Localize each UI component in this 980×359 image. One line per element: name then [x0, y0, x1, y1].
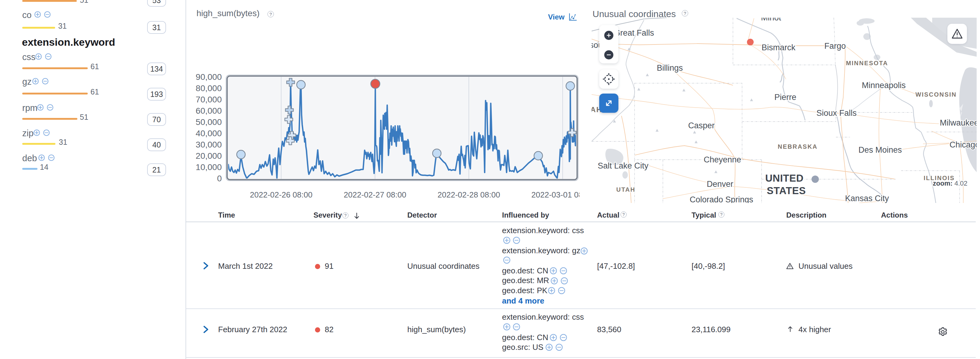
- svg-text:2022-03-01 08:00: 2022-03-01 08:00: [531, 190, 594, 199]
- svg-text:UNITED: UNITED: [765, 172, 803, 184]
- svg-text:WISCONSIN: WISCONSIN: [915, 91, 956, 98]
- svg-text:Cheyenne: Cheyenne: [704, 155, 741, 164]
- svg-text:50,000: 50,000: [196, 117, 222, 127]
- svg-text:Colorado Springs: Colorado Springs: [690, 195, 753, 203]
- svg-text:Casper: Casper: [688, 121, 715, 130]
- svg-text:10,000: 10,000: [196, 163, 222, 172]
- svg-text:Minot: Minot: [761, 18, 781, 22]
- svg-text:STATES: STATES: [767, 185, 806, 196]
- svg-text:0: 0: [217, 174, 222, 183]
- svg-text:80,000: 80,000: [196, 83, 222, 93]
- svg-text:Salt Lake City: Salt Lake City: [598, 161, 649, 170]
- svg-text:60,000: 60,000: [196, 106, 222, 115]
- svg-text:Kansas City: Kansas City: [845, 194, 889, 203]
- svg-text:Great Falls: Great Falls: [614, 28, 654, 37]
- svg-text:20,000: 20,000: [196, 151, 222, 161]
- svg-text:2022-02-26 08:00: 2022-02-26 08:00: [250, 190, 312, 199]
- svg-text:90,000: 90,000: [196, 72, 222, 82]
- svg-text:Sioux Falls: Sioux Falls: [816, 108, 857, 118]
- svg-text:Bismarck: Bismarck: [762, 43, 796, 52]
- svg-text:Billings: Billings: [657, 64, 683, 73]
- svg-text:70,000: 70,000: [196, 95, 222, 104]
- svg-text:2022-02-27 08:00: 2022-02-27 08:00: [344, 190, 406, 199]
- svg-text:Milwaukee: Milwaukee: [940, 118, 977, 128]
- svg-text:Minneapolis: Minneapolis: [862, 81, 906, 90]
- svg-text:2022-02-28 08:00: 2022-02-28 08:00: [438, 190, 500, 199]
- svg-text:MINNESOTA: MINNESOTA: [846, 60, 888, 67]
- svg-text:Pierre: Pierre: [774, 93, 796, 102]
- svg-text:UTAH: UTAH: [616, 186, 635, 193]
- svg-text:30,000: 30,000: [196, 140, 222, 149]
- svg-text:Fargo: Fargo: [824, 41, 846, 51]
- svg-text:Des Moines: Des Moines: [859, 145, 902, 155]
- svg-text:NEBRASKA: NEBRASKA: [778, 143, 818, 150]
- svg-text:zoom: 4.02: zoom: 4.02: [933, 179, 967, 187]
- svg-text:Chicago: Chicago: [950, 140, 977, 149]
- svg-text:40,000: 40,000: [196, 129, 222, 138]
- svg-text:Denver: Denver: [707, 179, 733, 189]
